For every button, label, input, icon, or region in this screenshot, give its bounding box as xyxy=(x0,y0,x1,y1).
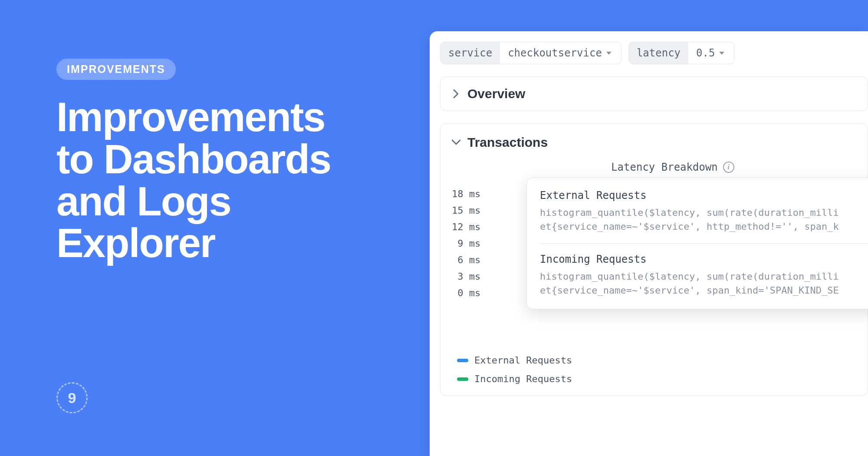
tooltip-incoming-section: Incoming Requests histogram_quantile($la… xyxy=(540,243,868,297)
y-tick: 18 ms xyxy=(452,188,480,200)
chevron-down-icon xyxy=(606,52,612,55)
info-icon[interactable]: i xyxy=(723,162,734,173)
chevron-right-icon xyxy=(452,89,460,98)
filter-latency-value[interactable]: 0.5 xyxy=(688,47,734,59)
dashboard-app-window: service checkoutservice latency 0.5 Over… xyxy=(430,31,868,456)
tooltip-external-code: histogram_quantile($latency, sum(rate(du… xyxy=(540,206,868,234)
y-tick: 6 ms xyxy=(457,254,480,266)
overview-section[interactable]: Overview xyxy=(440,76,868,111)
chevron-down-icon xyxy=(452,139,460,145)
tooltip-incoming-code: histogram_quantile($latency, sum(rate(du… xyxy=(540,270,868,297)
chart-title: Latency Breakdown xyxy=(611,161,718,173)
chart-tooltip: External Requests histogram_quantile($la… xyxy=(526,178,868,309)
legend-item-incoming[interactable]: Incoming Requests xyxy=(457,373,868,384)
chart-title-row: Latency Breakdown i xyxy=(478,161,868,173)
filter-latency-value-text: 0.5 xyxy=(696,47,715,59)
tooltip-external-section: External Requests histogram_quantile($la… xyxy=(540,189,868,234)
overview-header[interactable]: Overview xyxy=(452,86,856,101)
y-tick: 12 ms xyxy=(452,221,480,233)
filter-service-value[interactable]: checkoutservice xyxy=(500,47,621,59)
transactions-header[interactable]: Transactions xyxy=(452,135,868,150)
filter-bar: service checkoutservice latency 0.5 xyxy=(440,42,868,64)
transactions-title: Transactions xyxy=(467,135,548,150)
brand-logo-9-icon: 9 xyxy=(56,382,88,413)
overview-title: Overview xyxy=(467,86,525,101)
chart-legend: External Requests Incoming Requests xyxy=(452,355,868,384)
y-tick: 9 ms xyxy=(457,238,480,250)
legend-incoming-label: Incoming Requests xyxy=(474,373,572,384)
filter-latency-key: latency xyxy=(629,42,688,64)
page-headline: Improvements to Dashboards and Logs Expl… xyxy=(56,96,369,264)
legend-item-external[interactable]: External Requests xyxy=(457,355,868,366)
category-badge: IMPROVEMENTS xyxy=(56,59,176,80)
chart-area: 18 ms 15 ms 12 ms 9 ms 6 ms 3 ms 0 ms Ex… xyxy=(452,188,868,299)
chevron-down-icon xyxy=(719,52,724,55)
legend-external-label: External Requests xyxy=(474,355,572,366)
tooltip-incoming-title: Incoming Requests xyxy=(540,253,868,265)
y-tick: 0 ms xyxy=(457,287,480,299)
filter-service-value-text: checkoutservice xyxy=(508,47,602,59)
logo-glyph: 9 xyxy=(68,390,76,406)
filter-latency[interactable]: latency 0.5 xyxy=(628,42,735,64)
chart-y-axis: 18 ms 15 ms 12 ms 9 ms 6 ms 3 ms 0 ms xyxy=(452,188,488,299)
y-tick: 3 ms xyxy=(457,271,480,283)
legend-swatch-green xyxy=(457,377,468,381)
y-tick: 15 ms xyxy=(452,205,480,217)
legend-swatch-blue xyxy=(457,359,468,362)
marketing-left-panel: IMPROVEMENTS Improvements to Dashboards … xyxy=(56,59,369,264)
tooltip-external-title: External Requests xyxy=(540,189,868,202)
filter-service-key: service xyxy=(441,42,500,64)
filter-service[interactable]: service checkoutservice xyxy=(440,42,621,64)
transactions-section: Transactions Latency Breakdown i 18 ms 1… xyxy=(440,123,868,396)
